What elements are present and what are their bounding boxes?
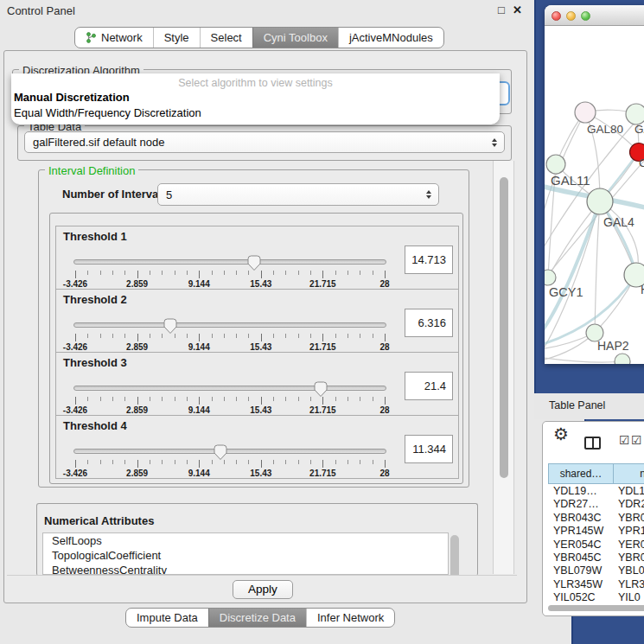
column-header-name[interactable]: na — [613, 463, 644, 484]
tick-mark — [199, 397, 200, 405]
threshold-label: Threshold 1 — [63, 230, 127, 243]
table-row[interactable]: YBL079WYBL0 — [548, 564, 644, 577]
close-traffic-light[interactable] — [552, 11, 561, 21]
float-window-icon[interactable]: □ — [498, 3, 505, 16]
tab-label: Discretize Data — [220, 611, 296, 624]
list-item[interactable]: TopologicalCoefficient — [43, 548, 448, 563]
threshold-panel-1: Threshold 1 -3.4262.8599.14415.4321.7152… — [55, 226, 459, 290]
tab-label: Impute Data — [137, 611, 198, 624]
tab-impute-data[interactable]: Impute Data — [126, 609, 208, 627]
table-cell: YBR045C — [548, 552, 614, 564]
table-row[interactable]: YER054CYER0 — [548, 539, 644, 552]
node-label: GAL80 — [587, 123, 623, 136]
tick-mark — [100, 271, 101, 275]
table-row[interactable]: YDR27…YDR2 — [548, 498, 644, 511]
tick-mark — [224, 397, 225, 401]
tick-mark — [162, 460, 163, 464]
tick-mark — [298, 271, 299, 275]
tick-mark — [175, 271, 175, 275]
dropdown-option-equal-width-frequency[interactable]: Equal Width/Frequency Discretization — [14, 106, 201, 119]
table-cell: YBR043C — [548, 512, 614, 525]
tick-mark — [199, 460, 200, 468]
tick-mark — [212, 460, 213, 464]
network-node[interactable] — [575, 102, 596, 123]
list-item[interactable]: BetweennessCentrality — [43, 563, 448, 575]
tick-mark — [124, 460, 125, 464]
network-node[interactable] — [615, 354, 630, 364]
panel-scrollbar-thumb[interactable] — [500, 177, 508, 478]
network-icon — [86, 32, 97, 43]
tab-select[interactable]: Select — [200, 28, 252, 48]
tick-mark — [175, 397, 175, 401]
tick-mark — [373, 397, 373, 401]
slider-track[interactable] — [73, 386, 386, 391]
tick-mark — [248, 460, 249, 464]
network-node[interactable] — [587, 188, 613, 214]
tab-discretize-data[interactable]: Discretize Data — [208, 609, 306, 627]
network-node[interactable] — [626, 104, 644, 124]
dropdown-option-manual-discretization[interactable]: Manual Discretization — [14, 91, 130, 104]
column-header-shared[interactable]: shared… — [548, 463, 614, 484]
tick-label: 15.43 — [250, 405, 271, 415]
tab-style[interactable]: Style — [153, 28, 200, 48]
tick-mark — [212, 271, 213, 275]
tab-jactivemnodules[interactable]: jActiveMNodules — [338, 28, 443, 48]
table-row[interactable]: YBR043CYBR0 — [548, 512, 644, 525]
network-node[interactable] — [546, 155, 565, 174]
network-edge — [595, 201, 600, 333]
threshold-slider[interactable]: -3.4262.8599.14415.4321.71528 — [73, 322, 386, 354]
slider-track[interactable] — [73, 322, 386, 328]
tick-mark — [360, 397, 360, 401]
zoom-traffic-light[interactable] — [581, 11, 590, 21]
threshold-slider[interactable]: -3.4262.8599.14415.4321.71528 — [73, 386, 386, 417]
apply-button[interactable]: Apply — [233, 580, 293, 599]
threshold-value-field[interactable]: 14.713 — [405, 245, 453, 274]
checked-box-icon[interactable]: ☑ — [619, 433, 630, 447]
network-node[interactable] — [545, 270, 556, 285]
tick-mark — [112, 460, 113, 464]
tab-cyni-toolbox[interactable]: Cyni Toolbox — [252, 28, 338, 48]
table-horizontal-scrollbar-thumb[interactable] — [548, 605, 644, 611]
tick-mark — [385, 397, 386, 405]
table-row[interactable]: YLR345WYLR3 — [548, 578, 644, 591]
tick-label: -3.426 — [63, 279, 87, 289]
close-icon[interactable]: ✕ — [513, 3, 522, 16]
tick-mark — [124, 334, 125, 338]
tab-network[interactable]: Network — [75, 28, 153, 48]
checked-box-icon[interactable]: ☑ — [631, 433, 642, 447]
table-panel-title: Table Panel — [549, 399, 605, 411]
tab-infer-network[interactable]: Infer Network — [306, 609, 394, 627]
table-data-combobox[interactable]: galFiltered.sif default node — [24, 131, 505, 153]
gear-icon[interactable]: ⚙ — [553, 424, 569, 444]
tick-mark — [360, 334, 360, 338]
table-body: YDL19…YDL1YDR27…YDR2YBR043CYBR0YPR145WYP… — [548, 485, 644, 602]
number-of-intervals-combobox[interactable]: 5 — [157, 183, 439, 206]
panel-scrollbar[interactable] — [493, 161, 514, 574]
tick-mark — [285, 460, 286, 464]
minimize-traffic-light[interactable] — [566, 11, 576, 21]
threshold-value-field[interactable]: 21.4 — [405, 372, 453, 400]
list-scrollbar-thumb[interactable] — [450, 535, 459, 575]
table-row[interactable]: YIL052CYIL0 — [548, 591, 644, 602]
network-edge — [545, 357, 622, 362]
split-panel-icon[interactable] — [584, 437, 601, 450]
threshold-slider[interactable]: -3.4262.8599.14415.4321.71528 — [73, 259, 386, 290]
table-row[interactable]: YPR145WYPR1 — [548, 525, 644, 538]
network-canvas[interactable]: GAL80GACGAL11GAL4HGCY1HAP2 — [545, 26, 644, 364]
slider-track[interactable] — [73, 259, 386, 265]
node-label: GCY1 — [549, 285, 583, 299]
tick-mark — [212, 397, 213, 401]
tick-label: 2.859 — [126, 279, 148, 289]
tick-label: 9.144 — [188, 469, 210, 478]
list-item[interactable]: SelfLoops — [43, 533, 448, 548]
threshold-value-field[interactable]: 11.344 — [405, 435, 453, 463]
threshold-slider[interactable]: -3.4262.8599.14415.4321.71528 — [73, 449, 386, 480]
threshold-value-field[interactable]: 6.316 — [405, 309, 453, 337]
table-row[interactable]: YBR045CYBR0 — [548, 552, 644, 564]
slider-ticks — [75, 397, 385, 405]
table-row[interactable]: YDL19…YDL1 — [548, 485, 644, 498]
tick-mark — [348, 271, 348, 275]
tick-mark — [373, 334, 373, 338]
network-window-titlebar[interactable] — [545, 5, 644, 26]
slider-track[interactable] — [73, 449, 386, 454]
